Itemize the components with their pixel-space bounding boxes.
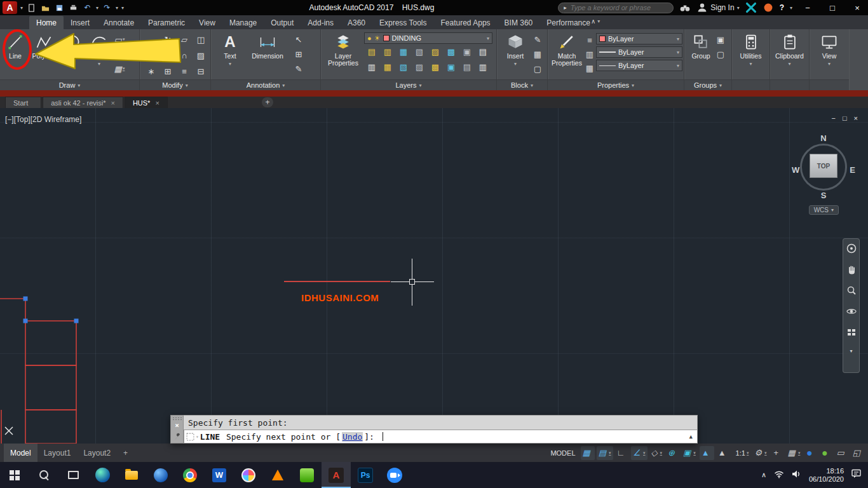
table-button[interactable]: ⊞ [291, 48, 306, 60]
layer-freeze-button[interactable]: ▦ [396, 45, 411, 58]
layer-thaw-button[interactable]: ▩ [444, 45, 459, 58]
tab-featured-apps[interactable]: Featured Apps [434, 16, 498, 29]
explode-button[interactable]: ∗ [144, 65, 159, 78]
print-button[interactable] [68, 3, 79, 13]
tab-express-tools[interactable]: Express Tools [372, 16, 433, 29]
stretch-button[interactable]: ⊞ [160, 65, 175, 78]
model-space-button[interactable]: MODEL [547, 446, 578, 460]
camera-icon[interactable] [380, 462, 409, 488]
rotate-button[interactable]: ↻ [160, 33, 175, 46]
drawing-canvas[interactable]: [−][Top][2D Wireframe] − □ × N S W E TOP… [0, 108, 868, 444]
viewport-minimize-icon[interactable]: − [831, 114, 835, 122]
layer-previous-button[interactable]: ▥ [364, 60, 379, 73]
network-icon[interactable] [774, 470, 784, 481]
binoculars-icon[interactable] [679, 2, 691, 13]
wcs-menu[interactable]: WCS ▾ [809, 205, 839, 215]
command-window-close-icon[interactable]: × [175, 422, 179, 429]
polyline-button[interactable]: Polyline [29, 31, 58, 79]
customize-button[interactable]: + [771, 446, 784, 460]
a360-icon[interactable] [745, 2, 757, 13]
redo-button[interactable]: ↷ [102, 3, 112, 13]
gradient-tool-button[interactable]: ▦▾ [112, 62, 127, 75]
showmotion-icon[interactable] [846, 327, 857, 340]
layer-change-button[interactable]: ▤ [459, 60, 475, 73]
graphics-performance-button[interactable]: ● [804, 446, 817, 460]
start-button[interactable] [0, 462, 29, 488]
layer-copy-button[interactable]: ▣ [444, 60, 459, 73]
open-file-button[interactable] [40, 3, 51, 13]
draw-panel-title[interactable]: Draw▾ [0, 79, 139, 90]
maximize-button[interactable]: □ [823, 0, 842, 15]
properties-list-button[interactable]: ≡ [585, 34, 595, 46]
trim-button[interactable]: ▱ [177, 33, 192, 46]
command-recent-icon[interactable] [186, 433, 194, 441]
new-drawing-tab-button[interactable]: + [262, 97, 273, 107]
viewport-restore-icon[interactable]: □ [843, 114, 847, 122]
viewcube[interactable]: N S W E TOP [792, 133, 855, 202]
new-file-button[interactable] [26, 3, 37, 13]
erase-button[interactable]: ▨ [193, 49, 208, 62]
copy-button[interactable]: ◫ [193, 33, 208, 46]
transparency-button[interactable]: ▥ [585, 48, 595, 60]
ribbon-display-toggle[interactable]: ∧▾ [591, 15, 600, 29]
group-edit-button[interactable]: ▢ [715, 48, 726, 60]
redo-caret-icon[interactable]: ▾ [116, 5, 118, 11]
text-button[interactable]: A Text ▾ [216, 31, 244, 79]
mail-icon[interactable] [146, 462, 175, 488]
viewcube-top-face[interactable]: TOP [810, 154, 837, 178]
tab-a360[interactable]: A360 [341, 16, 372, 29]
leader-button[interactable]: ↖ [291, 33, 306, 46]
command-options-caret-icon[interactable]: ▾ [196, 434, 199, 440]
qat-customize-caret-icon[interactable]: ▾ [121, 5, 124, 11]
snap-mode-toggle[interactable]: ▤▾ [597, 446, 613, 460]
orbit-icon[interactable] [846, 306, 857, 319]
layout1-tab[interactable]: Layout1 [37, 444, 78, 462]
edge-icon[interactable] [88, 462, 117, 488]
taskbar-clock[interactable]: 18:16 06/10/2020 [809, 467, 844, 484]
help-search-box[interactable]: ▸ [558, 3, 674, 13]
match-properties-button[interactable]: Match Properties [550, 31, 583, 79]
grid-display-toggle[interactable]: ▦ [581, 446, 595, 460]
annotation-panel-title[interactable]: Annotation▾ [211, 79, 320, 90]
block-panel-title[interactable]: Block▾ [497, 79, 547, 90]
search-input[interactable] [571, 4, 668, 11]
layer-delete-button[interactable]: ▩ [428, 60, 443, 73]
layer-on-button[interactable]: ▨ [428, 45, 443, 58]
file-tab-start[interactable]: Start [5, 97, 41, 108]
layer-off-button[interactable]: ▤ [364, 45, 379, 58]
define-attributes-button[interactable]: ▢ [530, 62, 545, 75]
command-window-drag-handle[interactable] [172, 417, 182, 420]
file-tab-asli[interactable]: asli ok 42 - revisi*× [43, 97, 123, 108]
tab-insert[interactable]: Insert [64, 16, 97, 29]
minimize-button[interactable]: − [798, 0, 817, 15]
search-button[interactable] [29, 462, 58, 488]
tab-close-icon[interactable]: × [155, 99, 159, 107]
array-button[interactable]: ⊟ [193, 65, 208, 78]
app-menu-caret-icon[interactable]: ▾ [20, 5, 23, 11]
autocad-icon[interactable]: A [322, 462, 351, 488]
command-option-undo[interactable]: Undo [342, 432, 363, 442]
modify-panel-title[interactable]: Modify▾ [140, 79, 210, 90]
hidden-icons-chevron[interactable]: ∧ [761, 471, 766, 479]
tab-addins[interactable]: Add-ins [301, 16, 341, 29]
viewcube-south-label[interactable]: S [821, 191, 827, 200]
isolate-objects-button[interactable]: ▦▾ [786, 446, 803, 460]
photoshop-icon[interactable]: Ps [351, 462, 380, 488]
scale-button[interactable]: ≡ [177, 65, 192, 78]
file-explorer-icon[interactable] [117, 462, 146, 488]
command-history-up-icon[interactable]: ▲ [689, 433, 693, 440]
isometric-drafting-toggle[interactable]: ◇▾ [649, 446, 665, 460]
zoom-icon[interactable] [846, 285, 857, 298]
tab-close-icon[interactable]: × [111, 99, 114, 107]
annotation-scale-button[interactable]: 1:1▾ [733, 446, 751, 460]
fillet-button[interactable]: ∩ [177, 49, 192, 62]
command-customize-wrench-icon[interactable] [173, 431, 181, 443]
markup-button[interactable]: ✎ [291, 62, 306, 75]
create-block-button[interactable]: ▦ [530, 48, 545, 60]
pline-edit-button[interactable]: ▦ [585, 62, 595, 74]
arc-button[interactable]: Arc ▾ [86, 31, 112, 79]
tab-view[interactable]: View [192, 16, 222, 29]
layer-match-button[interactable]: ▤ [475, 45, 491, 58]
line-entity[interactable] [284, 281, 390, 282]
layout2-tab[interactable]: Layout2 [77, 444, 117, 462]
